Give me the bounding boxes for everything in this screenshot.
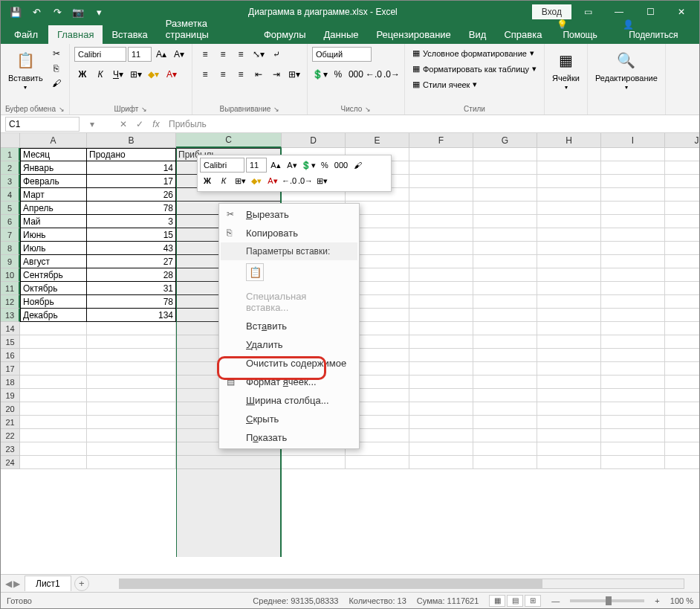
cell[interactable]: Февраль — [20, 175, 87, 188]
cell[interactable] — [409, 268, 473, 282]
cell[interactable]: Месяц — [20, 148, 87, 161]
cell[interactable] — [601, 188, 665, 202]
cell[interactable] — [665, 416, 699, 429]
menu-format-cells[interactable]: ▤Формат ячеек... — [221, 373, 357, 391]
cell[interactable] — [665, 309, 699, 322]
align-left-icon[interactable]: ≡ — [197, 67, 213, 82]
row-header[interactable]: 23 — [1, 442, 20, 456]
mini-currency-icon[interactable]: 💲▾ — [301, 158, 316, 172]
row-header[interactable]: 9 — [1, 255, 20, 268]
cell[interactable] — [665, 376, 699, 389]
cell[interactable] — [473, 282, 537, 295]
row-header[interactable]: 21 — [1, 416, 20, 429]
menu-unhide[interactable]: Показать — [221, 428, 357, 447]
mini-bold-button[interactable]: Ж — [200, 174, 215, 187]
cell[interactable] — [473, 362, 537, 376]
cell[interactable] — [87, 402, 176, 416]
cell[interactable] — [20, 362, 87, 376]
italic-button[interactable]: К — [92, 67, 108, 82]
format-as-table-button[interactable]: ▦ Форматировать как таблицу ▾ — [409, 62, 539, 75]
cell[interactable] — [20, 429, 87, 442]
align-right-icon[interactable]: ≡ — [233, 67, 249, 82]
decrease-decimal-icon[interactable]: .0→ — [383, 67, 400, 82]
mini-fill-color-icon[interactable]: ◆▾ — [249, 174, 264, 187]
cell[interactable] — [87, 349, 176, 362]
cell[interactable] — [537, 322, 601, 335]
cell[interactable] — [665, 202, 699, 215]
cell[interactable] — [537, 362, 601, 376]
row-header[interactable]: 5 — [1, 202, 20, 215]
decrease-font-icon[interactable]: A▾ — [171, 47, 187, 62]
cell[interactable] — [601, 228, 665, 242]
mini-decrease-font-icon[interactable]: A▾ — [285, 158, 299, 172]
font-color-icon[interactable]: A▾ — [163, 67, 180, 82]
cell[interactable] — [665, 268, 699, 282]
cell[interactable]: Ноябрь — [20, 295, 87, 309]
add-sheet-button[interactable]: + — [74, 576, 89, 591]
decrease-indent-icon[interactable]: ⇤ — [250, 67, 267, 82]
menu-insert[interactable]: Вставить — [221, 317, 357, 335]
enter-formula-icon[interactable]: ✓ — [132, 117, 148, 132]
row-header[interactable]: 19 — [1, 389, 20, 402]
row-header[interactable]: 15 — [1, 335, 20, 349]
cell[interactable] — [87, 322, 176, 335]
cell[interactable] — [20, 402, 87, 416]
cell[interactable] — [601, 416, 665, 429]
column-header[interactable]: C — [176, 133, 282, 148]
cell[interactable]: Продано — [87, 148, 176, 161]
zoom-level[interactable]: 100 % — [670, 596, 693, 605]
mini-decrease-decimal-icon[interactable]: ←.0 — [282, 174, 296, 187]
row-header[interactable]: 4 — [1, 188, 20, 202]
cell[interactable] — [665, 175, 699, 188]
cell[interactable] — [537, 255, 601, 268]
tab-home[interactable]: Главная — [48, 25, 103, 44]
cell[interactable]: Январь — [20, 161, 87, 175]
cut-icon[interactable]: ✂ — [49, 47, 64, 60]
cell[interactable] — [665, 322, 699, 335]
row-header[interactable]: 6 — [1, 215, 20, 228]
cell[interactable] — [537, 402, 601, 416]
undo-icon[interactable]: ↶ — [27, 4, 45, 20]
cell[interactable] — [665, 442, 699, 456]
tab-help[interactable]: Справка — [495, 25, 551, 44]
cell[interactable]: 17 — [87, 175, 176, 188]
cell[interactable]: 78 — [87, 202, 176, 215]
cell[interactable] — [601, 295, 665, 309]
row-header[interactable]: 14 — [1, 322, 20, 335]
cell[interactable] — [473, 309, 537, 322]
column-header[interactable]: D — [282, 133, 346, 148]
cell[interactable] — [473, 349, 537, 362]
cell[interactable] — [473, 255, 537, 268]
cell[interactable] — [473, 295, 537, 309]
cell[interactable] — [537, 349, 601, 362]
cell[interactable]: 43 — [87, 242, 176, 255]
cell[interactable] — [537, 228, 601, 242]
alignment-launcher[interactable]: ↘ — [273, 106, 279, 113]
font-name-input[interactable] — [74, 47, 126, 62]
cell[interactable] — [665, 362, 699, 376]
cell[interactable] — [601, 202, 665, 215]
row-header[interactable]: 20 — [1, 402, 20, 416]
column-header[interactable]: I — [601, 133, 665, 148]
cell[interactable] — [409, 295, 473, 309]
cell[interactable] — [665, 295, 699, 309]
horizontal-scrollbar[interactable] — [119, 579, 684, 589]
cell[interactable] — [665, 188, 699, 202]
mini-font-color-icon[interactable]: A▾ — [265, 174, 280, 187]
cell[interactable] — [601, 402, 665, 416]
cell[interactable] — [537, 376, 601, 389]
cell[interactable] — [665, 402, 699, 416]
camera-icon[interactable]: 📷 — [69, 4, 87, 20]
cell[interactable]: Июль — [20, 242, 87, 255]
cell[interactable] — [473, 416, 537, 429]
select-all-corner[interactable] — [1, 133, 20, 148]
cell[interactable] — [282, 456, 346, 469]
cell[interactable] — [409, 282, 473, 295]
cell[interactable] — [20, 416, 87, 429]
cell[interactable] — [473, 402, 537, 416]
editing-button[interactable]: 🔍 Редактирование▾ — [592, 47, 661, 92]
cell[interactable] — [537, 442, 601, 456]
cell[interactable] — [601, 429, 665, 442]
cell[interactable] — [409, 322, 473, 335]
cell[interactable] — [537, 148, 601, 161]
